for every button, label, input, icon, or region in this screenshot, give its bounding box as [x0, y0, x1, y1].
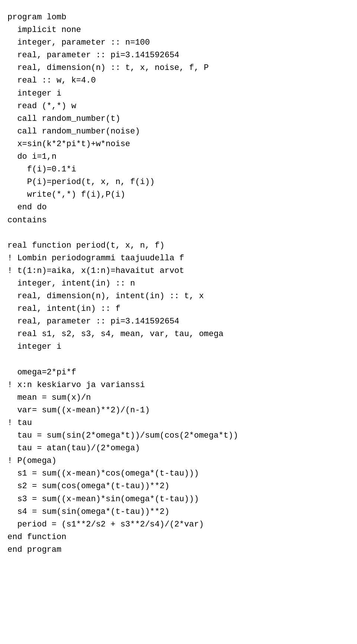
code-display: program lomb implicit none integer, para… — [7, 11, 350, 556]
